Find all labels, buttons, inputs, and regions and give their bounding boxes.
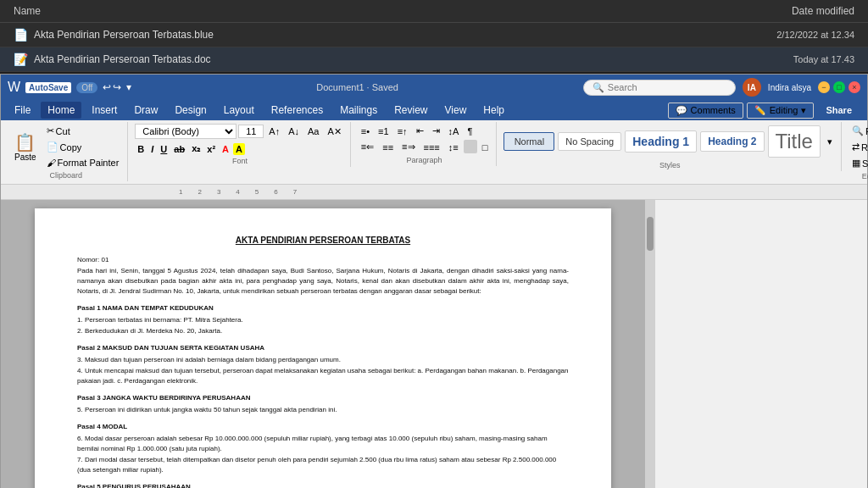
- show-formatting-button[interactable]: ¶: [464, 124, 476, 138]
- align-right-button[interactable]: ≡⇒: [398, 140, 418, 154]
- style-nospacing-button[interactable]: No Spacing: [558, 132, 621, 151]
- customize-qat-icon[interactable]: ▾: [126, 81, 131, 93]
- increase-font-button[interactable]: A↑: [265, 125, 283, 138]
- bullets-button[interactable]: ≡•: [358, 124, 373, 138]
- redo-button[interactable]: ↪: [113, 81, 121, 93]
- menu-file[interactable]: File: [8, 102, 37, 119]
- shading-button[interactable]: [464, 140, 477, 153]
- style-normal-button[interactable]: Normal: [504, 132, 554, 151]
- select-icon: ▦: [852, 158, 860, 169]
- decrease-indent-button[interactable]: ⇤: [413, 124, 427, 138]
- clipboard-group: 📋 Paste ✂ Cut 📄 Copy 🖌 Format Painter Cl…: [4, 122, 128, 181]
- menu-review[interactable]: Review: [387, 102, 434, 119]
- file-date-doc: Today at 17.43: [793, 54, 854, 64]
- menu-insert[interactable]: Insert: [85, 102, 124, 119]
- window-controls: − □ ×: [818, 81, 860, 93]
- doc-section-5: Pasal 5 PENGURUS PERUSAHAAN 8. Perseroan…: [77, 482, 569, 488]
- bold-button[interactable]: B: [135, 143, 147, 155]
- strikethrough-button[interactable]: ab: [171, 143, 187, 155]
- superscript-button[interactable]: x²: [204, 143, 218, 155]
- multilevel-list-button[interactable]: ≡↑: [394, 124, 411, 138]
- doc-s1-l1: 1. Perseroan terbatas ini bernama: PT. M…: [77, 315, 569, 325]
- styles-group: Normal No Spacing Heading 1 Heading 2 Ti…: [498, 122, 842, 171]
- replace-button[interactable]: ⇄ Replace: [849, 140, 868, 154]
- word-logo-icon: W: [8, 80, 20, 95]
- share-label: Share: [826, 105, 852, 115]
- cut-button[interactable]: ✂ Cut: [43, 124, 123, 138]
- doc-page[interactable]: AKTA PENDIRIAN PERSEROAN TERBATAS Nomor:…: [35, 208, 611, 488]
- find-button[interactable]: 🔍 Find: [849, 124, 868, 138]
- sort-button[interactable]: ↕A: [445, 124, 463, 138]
- align-left-button[interactable]: ≡⇐: [358, 140, 377, 154]
- copy-button[interactable]: 📄 Copy: [43, 140, 123, 154]
- menu-home[interactable]: Home: [41, 102, 81, 119]
- font-family-select[interactable]: Calibri (Body): [135, 124, 236, 139]
- user-avatar[interactable]: IA: [743, 78, 761, 97]
- editing-dropdown-icon: ▾: [801, 105, 806, 116]
- styles-more-button[interactable]: ▾: [824, 135, 836, 149]
- increase-indent-button[interactable]: ⇥: [429, 124, 443, 138]
- numbering-button[interactable]: ≡1: [375, 124, 392, 138]
- title-bar-left: W AutoSave Off ↩ ↪ ▾: [8, 80, 131, 95]
- file-name-blue: 📄 Akta Pendirian Perseroan Terbatas.blue: [14, 28, 214, 42]
- vertical-scrollbar[interactable]: [645, 200, 655, 488]
- formatting-row: B I U ab x₂ x² A A: [135, 142, 345, 155]
- highlight-button[interactable]: A: [233, 143, 245, 155]
- italic-button[interactable]: I: [148, 143, 156, 155]
- menu-mailings[interactable]: Mailings: [333, 102, 384, 119]
- style-heading1-button[interactable]: Heading 1: [625, 130, 697, 152]
- doc-container[interactable]: AKTA PENDIRIAN PERSEROAN TERBATAS Nomor:…: [1, 200, 645, 488]
- format-painter-button[interactable]: 🖌 Format Painter: [43, 156, 123, 169]
- clear-format-button[interactable]: A✕: [324, 125, 344, 139]
- comments-label: Comments: [691, 105, 736, 115]
- underline-button[interactable]: U: [158, 143, 170, 155]
- menu-view[interactable]: View: [438, 102, 474, 119]
- comments-button[interactable]: 💬 Comments: [668, 103, 743, 119]
- doc-title: AKTA PENDIRIAN PERSEROAN TERBATAS: [77, 234, 569, 247]
- word-app: W AutoSave Off ↩ ↪ ▾ Document1 · Saved 🔍…: [0, 74, 868, 488]
- doc-section-3: Pasal 3 JANGKA WAKTU BERDIRINYA PERUSAHA…: [77, 393, 569, 415]
- menu-bar: File Home Insert Draw Design Layout Refe…: [1, 100, 867, 120]
- line-spacing-button[interactable]: ↕≡: [445, 140, 462, 154]
- align-center-button[interactable]: ≡≡: [379, 140, 397, 154]
- menu-references[interactable]: References: [264, 102, 330, 119]
- file-date-blue: 2/12/2022 at 12.34: [776, 30, 854, 40]
- clipboard-sub: ✂ Cut 📄 Copy 🖌 Format Painter: [43, 124, 123, 169]
- close-button[interactable]: ×: [849, 81, 860, 93]
- paste-icon: 📋: [14, 132, 36, 152]
- menu-layout[interactable]: Layout: [217, 102, 261, 119]
- style-title-button[interactable]: Title: [768, 125, 821, 158]
- font-size-input[interactable]: [238, 125, 264, 138]
- menu-help[interactable]: Help: [476, 102, 511, 119]
- menu-draw[interactable]: Draw: [127, 102, 164, 119]
- doc-section-1-title: Pasal 1 NAMA DAN TEMPAT KEDUDUKAN: [77, 303, 569, 313]
- share-button[interactable]: Share: [817, 103, 860, 118]
- change-case-button[interactable]: Aa: [304, 125, 322, 138]
- select-button[interactable]: ▦ Select: [849, 156, 868, 170]
- style-heading2-button[interactable]: Heading 2: [700, 131, 764, 152]
- search-bar[interactable]: 🔍: [583, 80, 736, 96]
- borders-button[interactable]: □: [479, 140, 492, 154]
- text-color-button[interactable]: A: [220, 143, 231, 155]
- paste-button[interactable]: 📋 Paste: [9, 130, 42, 164]
- font-group: Calibri (Body) A↑ A↓ Aa A✕ B I U ab x₂: [130, 122, 351, 167]
- maximize-button[interactable]: □: [833, 81, 845, 93]
- subscript-button[interactable]: x₂: [189, 142, 203, 155]
- file-row-doc[interactable]: 📝 Akta Pendirian Perseroan Terbatas.doc …: [0, 47, 868, 72]
- minimize-button[interactable]: −: [818, 81, 830, 93]
- justify-button[interactable]: ≡≡≡: [420, 140, 443, 154]
- paragraph-group: ≡• ≡1 ≡↑ ⇤ ⇥ ↕A ¶ ≡⇐ ≡≡ ≡⇒ ≡≡≡ ↕≡: [353, 122, 498, 166]
- scroll-thumb[interactable]: [647, 217, 654, 251]
- undo-button[interactable]: ↩: [103, 81, 111, 93]
- doc-section-4: Pasal 4 MODAL 6. Modal dasar perseroan a…: [77, 422, 569, 475]
- editing-label: Editing: [770, 105, 798, 115]
- autosave-toggle[interactable]: Off: [76, 82, 97, 93]
- file-row-blue[interactable]: 📄 Akta Pendirian Perseroan Terbatas.blue…: [0, 23, 868, 47]
- ruler: 1234567: [1, 185, 867, 200]
- editing-mode-button[interactable]: ✏️ Editing ▾: [747, 103, 815, 119]
- user-initials: IA: [748, 83, 756, 92]
- decrease-font-button[interactable]: A↓: [285, 125, 303, 138]
- menu-design[interactable]: Design: [168, 102, 213, 119]
- file-explorer: Name Date modified 📄 Akta Pendirian Pers…: [0, 0, 868, 72]
- search-input[interactable]: [608, 82, 718, 92]
